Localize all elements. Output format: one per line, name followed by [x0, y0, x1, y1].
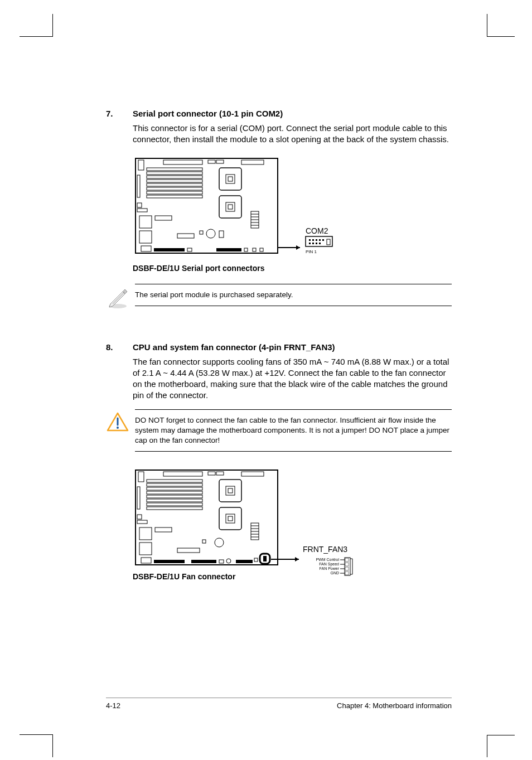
svg-rect-76 [137, 515, 142, 519]
pencil-note-icon [106, 286, 135, 312]
svg-point-93 [215, 538, 224, 547]
svg-marker-106 [295, 557, 299, 561]
svg-rect-3 [208, 160, 215, 163]
svg-rect-20 [219, 196, 241, 218]
svg-rect-50 [322, 239, 324, 241]
svg-rect-52 [312, 243, 314, 244]
page-footer: 4-12 Chapter 4: Motherboard information [106, 698, 452, 710]
svg-rect-49 [319, 239, 321, 241]
svg-rect-6 [147, 168, 202, 171]
svg-rect-73 [147, 503, 202, 506]
svg-rect-2 [163, 160, 202, 164]
diagram-1-caption: DSBF-DE/1U Serial port connectors [133, 264, 452, 273]
svg-rect-77 [137, 520, 147, 524]
svg-rect-53 [316, 243, 317, 244]
svg-rect-48 [316, 239, 317, 241]
svg-rect-15 [137, 203, 142, 207]
fan-connector-diagram: FRNT_FAN3 PWM Control FAN Speed FAN Powe… [133, 467, 452, 581]
chapter-label: Chapter 4: Motherboard information [337, 701, 452, 710]
svg-rect-113 [345, 563, 349, 566]
caution-icon [106, 412, 135, 435]
svg-rect-13 [147, 195, 202, 198]
svg-rect-95 [202, 540, 206, 543]
note-1-text: The serial port module is purchased sepa… [135, 284, 452, 306]
section-7-number: 7. [106, 109, 133, 118]
svg-rect-35 [219, 231, 224, 238]
svg-rect-86 [141, 558, 151, 563]
svg-rect-62 [138, 472, 144, 482]
pin-pwm-label: PWM Control [316, 558, 339, 561]
svg-rect-88 [191, 560, 216, 563]
svg-rect-80 [228, 488, 233, 493]
svg-point-32 [206, 229, 215, 238]
serial-port-diagram: COM2 PIN 1 DSBF-DE/1U Serial port connec… [133, 156, 452, 273]
svg-rect-89 [219, 560, 224, 563]
motherboard-diagram-2: FRNT_FAN3 PWM Control FAN Speed FAN Powe… [133, 467, 378, 579]
svg-rect-82 [226, 514, 235, 523]
svg-rect-10 [147, 183, 202, 186]
svg-rect-112 [345, 558, 349, 561]
warning-text: DO NOT forget to connect the fan cable t… [135, 409, 452, 452]
section-7-body: This connector is for a serial (COM) por… [133, 123, 452, 146]
svg-rect-63 [163, 472, 202, 476]
motherboard-diagram-1: COM2 PIN 1 [133, 156, 345, 262]
pin-power-label: FAN Power [320, 567, 340, 570]
fan-label: FRNT_FAN3 [303, 545, 347, 554]
svg-rect-79 [226, 486, 235, 495]
svg-rect-25 [141, 246, 151, 251]
svg-rect-34 [200, 231, 203, 234]
pin1-label: PIN 1 [306, 249, 317, 254]
svg-rect-94 [177, 548, 200, 553]
diagram-2-caption: DSBF-DE/1U Fan connector [133, 572, 452, 581]
svg-rect-30 [253, 248, 256, 251]
svg-rect-72 [147, 499, 202, 502]
section-8-number: 8. [106, 342, 133, 352]
note-box-1: The serial port module is purchased sepa… [106, 284, 452, 312]
svg-rect-74 [147, 507, 202, 510]
pin-gnd-label: GND [330, 571, 339, 575]
svg-rect-4 [216, 160, 224, 163]
svg-rect-14 [137, 175, 140, 197]
svg-rect-87 [154, 560, 185, 563]
svg-rect-11 [147, 187, 202, 190]
svg-rect-81 [219, 507, 241, 530]
svg-rect-51 [309, 243, 311, 244]
svg-rect-46 [309, 239, 311, 241]
svg-point-60 [117, 427, 119, 429]
svg-rect-24 [139, 231, 152, 243]
warning-box: DO NOT forget to connect the fan cable t… [106, 409, 452, 452]
section-8-body: The fan connector supports cooling fans … [133, 356, 452, 401]
svg-rect-68 [147, 483, 202, 486]
svg-rect-66 [241, 472, 264, 476]
svg-rect-27 [187, 248, 192, 251]
svg-rect-9 [147, 180, 202, 182]
svg-rect-70 [147, 491, 202, 494]
svg-rect-1 [138, 160, 144, 170]
svg-marker-44 [296, 245, 300, 250]
svg-rect-54 [319, 243, 321, 244]
svg-rect-67 [147, 480, 202, 482]
svg-rect-55 [327, 239, 330, 245]
svg-rect-23 [139, 216, 152, 228]
svg-rect-83 [228, 516, 233, 521]
svg-rect-69 [147, 487, 202, 490]
com2-label: COM2 [306, 226, 328, 235]
svg-point-90 [226, 559, 231, 563]
page-number: 4-12 [106, 701, 120, 710]
svg-rect-104 [263, 556, 267, 561]
section-8: 8. CPU and system fan connector (4-pin F… [106, 342, 452, 582]
svg-rect-5 [241, 160, 264, 164]
svg-rect-26 [154, 248, 185, 251]
svg-rect-42 [155, 216, 172, 220]
svg-line-58 [113, 292, 125, 304]
svg-rect-91 [236, 560, 253, 563]
svg-rect-96 [155, 527, 172, 532]
svg-rect-16 [137, 209, 147, 212]
svg-rect-17 [219, 168, 241, 190]
svg-rect-75 [137, 487, 140, 509]
svg-rect-8 [147, 176, 202, 178]
svg-rect-61 [136, 470, 278, 565]
svg-rect-31 [260, 248, 263, 251]
svg-rect-78 [219, 480, 241, 502]
svg-rect-18 [226, 175, 235, 183]
